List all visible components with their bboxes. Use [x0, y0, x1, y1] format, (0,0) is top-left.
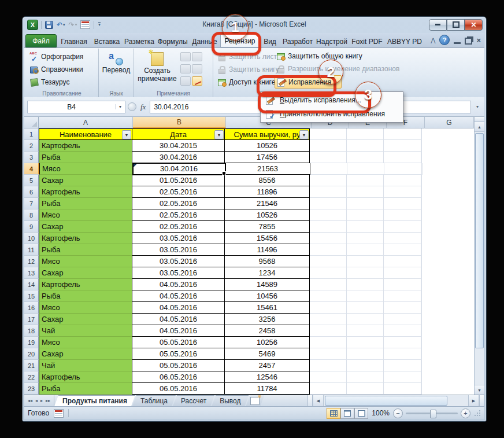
cell-B15[interactable]: 04.05.2016 [132, 290, 225, 302]
cell-C1[interactable]: Сумма выручки, ру▼ [225, 128, 310, 140]
tab-надстрой[interactable]: Надстрой [315, 35, 349, 47]
cell[interactable] [421, 279, 422, 290]
scroll-right-button[interactable]: ▶ [468, 395, 479, 406]
resize-grip[interactable] [474, 410, 481, 417]
cell[interactable] [421, 267, 422, 279]
cell-B13[interactable]: 03.05.2016 [132, 267, 225, 279]
cell[interactable] [347, 152, 384, 163]
vertical-scrollbar[interactable]: ▲ ▼ [474, 117, 484, 395]
cell-B18[interactable]: 04.05.2016 [132, 325, 225, 337]
cell[interactable] [310, 163, 347, 175]
cell[interactable] [310, 152, 347, 163]
cell[interactable] [421, 140, 422, 152]
row-header-13[interactable]: 13 [24, 267, 39, 279]
redo-button[interactable]: ↷▾ [68, 20, 78, 30]
cell[interactable] [384, 233, 421, 244]
protect-shared-workbook-button[interactable]: Защитить общую книгу [275, 50, 482, 62]
cell[interactable] [384, 337, 421, 348]
cell[interactable] [310, 140, 347, 152]
cell[interactable] [421, 337, 422, 348]
cell[interactable] [421, 325, 422, 337]
cell[interactable] [384, 175, 421, 186]
cell-C9[interactable]: 7855 [225, 221, 310, 233]
cell[interactable] [347, 337, 384, 348]
cell-C18[interactable]: 2458 [225, 325, 310, 337]
cell[interactable] [310, 314, 347, 325]
filter-dropdown-icon[interactable]: ▼ [214, 130, 224, 139]
cell-A17[interactable]: Сахар [39, 314, 132, 325]
row-header-19[interactable]: 19 [24, 337, 39, 348]
last-sheet-button[interactable]: ▸▸ [45, 398, 51, 403]
cell-C21[interactable]: 2457 [225, 360, 310, 371]
row-header-6[interactable]: 6 [24, 186, 39, 198]
show-all-comments-icon[interactable] [180, 76, 191, 86]
cell-B19[interactable]: 05.05.2016 [132, 337, 225, 348]
cell[interactable] [347, 175, 384, 186]
cell-C16[interactable]: 15461 [225, 302, 310, 314]
cell[interactable] [384, 152, 421, 163]
cell[interactable] [347, 244, 384, 256]
cell[interactable] [421, 314, 422, 325]
cell-B22[interactable]: 06.05.2016 [132, 371, 225, 383]
zoom-level[interactable]: 100% [372, 409, 390, 417]
sheet-tab-таблица[interactable]: Таблица [132, 395, 176, 406]
cell[interactable] [384, 290, 421, 302]
new-comment-button[interactable]: Создать примечание [136, 50, 178, 89]
expand-formula-bar-icon[interactable]: ▾ [473, 104, 481, 109]
cell[interactable] [347, 128, 384, 140]
insert-function-button[interactable]: fx [139, 102, 147, 112]
cell-A21[interactable]: Чай [39, 360, 132, 371]
cell[interactable] [421, 290, 422, 302]
page-layout-view-button[interactable] [340, 408, 354, 419]
cell[interactable] [347, 290, 384, 302]
cell-A1[interactable]: Наименование▼ [39, 128, 132, 140]
cell-A11[interactable]: Рыба [39, 244, 132, 256]
tab-abbyy-pd[interactable]: ABBYY PD [386, 35, 424, 47]
cell-B23[interactable]: 06.05.2016 [132, 383, 225, 395]
cell-A16[interactable]: Мясо [39, 302, 132, 314]
cell-B17[interactable]: 04.05.2016 [132, 314, 225, 325]
row-header-3[interactable]: 3 [24, 152, 39, 163]
previous-sheet-button[interactable]: ◂ [34, 398, 39, 403]
tab-вставка[interactable]: Вставка [91, 35, 123, 47]
cell-B1[interactable]: Дата▼ [132, 128, 225, 140]
cell-C13[interactable]: 1234 [225, 267, 310, 279]
cell[interactable] [384, 128, 421, 140]
cell[interactable] [310, 221, 347, 233]
cell-B21[interactable]: 05.05.2016 [132, 360, 225, 371]
cell[interactable] [347, 348, 384, 360]
filter-dropdown-icon[interactable]: ▼ [122, 130, 131, 139]
cell[interactable] [347, 163, 384, 175]
row-header-15[interactable]: 15 [24, 290, 39, 302]
workbook-restore-button[interactable] [465, 38, 472, 45]
sheet-tab-вывод[interactable]: Вывод [212, 395, 249, 406]
customize-qat-button[interactable]: ▾ [97, 20, 101, 30]
research-button[interactable]: Справочники [28, 63, 85, 76]
scroll-left-button[interactable]: ◀ [313, 395, 324, 406]
save-button[interactable] [45, 20, 54, 30]
cell-A8[interactable]: Мясо [39, 209, 132, 221]
cell-B4[interactable]: 30.04.2016 [133, 163, 225, 175]
cell-A18[interactable]: Чай [39, 325, 132, 337]
cell[interactable] [347, 267, 384, 279]
cell[interactable] [384, 371, 421, 383]
cell[interactable] [310, 302, 347, 314]
spelling-button[interactable]: Орфография [28, 50, 85, 62]
cell-A15[interactable]: Рыба [39, 290, 132, 302]
scroll-down-button[interactable]: ▼ [475, 385, 484, 395]
cell-B5[interactable]: 01.05.2016 [132, 175, 225, 186]
scroll-up-button[interactable]: ▲ [475, 122, 484, 132]
cell[interactable] [421, 360, 422, 371]
cell[interactable] [384, 221, 421, 233]
cell[interactable] [421, 348, 422, 360]
cell[interactable] [421, 128, 422, 140]
minimize-ribbon-button[interactable]: ⋀ [431, 37, 435, 43]
cell-A22[interactable]: Картофель [39, 371, 132, 383]
undo-button[interactable]: ↶▾ [56, 20, 66, 30]
cell[interactable] [310, 186, 347, 198]
cell[interactable] [347, 198, 384, 209]
cell-B7[interactable]: 02.05.2016 [132, 198, 225, 209]
worksheet-grid[interactable]: ABCDEFG1Наименование▼Дата▼Сумма выручки,… [24, 117, 474, 395]
row-header-1[interactable]: 1 [24, 128, 39, 140]
cell-C7[interactable]: 21546 [225, 198, 310, 209]
